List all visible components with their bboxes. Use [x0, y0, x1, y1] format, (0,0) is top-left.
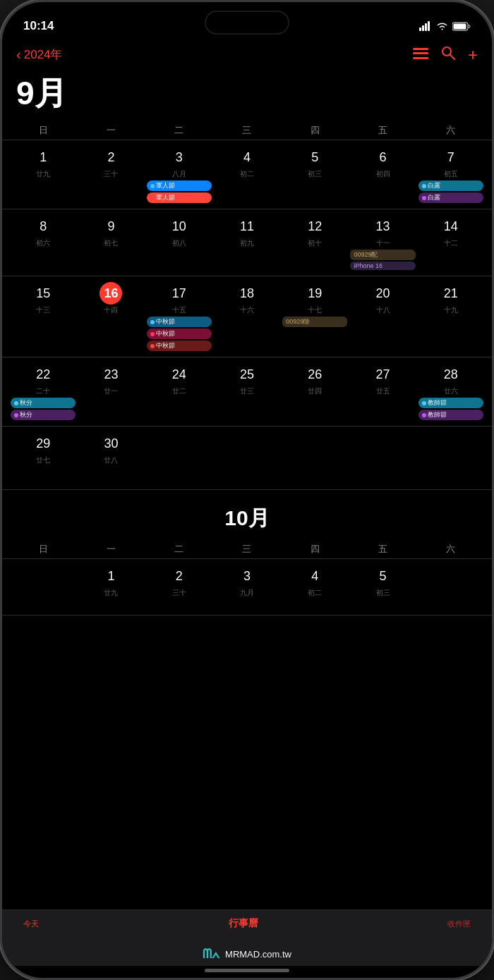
event-badge[interactable]: 中秋節: [147, 317, 212, 327]
day-events: 教師節 教師節: [418, 398, 483, 420]
event-badge[interactable]: 軍人節: [147, 192, 212, 203]
add-event-icon[interactable]: +: [468, 47, 478, 63]
day-num: 17: [168, 282, 191, 305]
tab-calendar-label: 行事曆: [229, 917, 258, 930]
calendar-day-sep9[interactable]: 9 初七: [77, 214, 145, 271]
search-icon[interactable]: [441, 46, 455, 63]
calendar-day-sep4[interactable]: 4 初二: [213, 145, 281, 204]
oct-weekday-fri: 五: [349, 540, 416, 558]
day-lunar: 廿六: [444, 386, 458, 396]
calendar-day-sep13[interactable]: 13 十一 00929配 iPhone 16: [349, 214, 416, 271]
calendar-day-sep20[interactable]: 20 十八: [349, 281, 416, 353]
day-lunar: 廿八: [104, 455, 118, 465]
event-iphone[interactable]: iPhone 16: [350, 262, 415, 270]
calendar-day-sep30[interactable]: 30 廿八: [77, 431, 145, 485]
weekday-fri: 五: [349, 121, 416, 140]
tab-calendar[interactable]: 行事曆: [229, 917, 258, 930]
tab-today[interactable]: 今天: [23, 919, 39, 929]
day-num: 20: [372, 282, 394, 305]
calendar-day-sep29[interactable]: 29 廿七: [9, 431, 77, 485]
month-title: 9月: [2, 69, 492, 121]
weekday-thu: 四: [281, 121, 349, 140]
calendar-day-oct5[interactable]: 5 初三: [349, 563, 416, 611]
calendar-day-sep15[interactable]: 15 十三: [9, 281, 77, 353]
calendar-day-sep10[interactable]: 10 初八: [145, 214, 213, 271]
oct-week-headers: 日 一 二 三 四 五 六: [2, 540, 492, 559]
calendar-day-empty4: [349, 431, 416, 485]
day-events: 白露 白露: [418, 180, 483, 203]
calendar-week-4: 22 二十 秋分 秋分: [2, 357, 492, 427]
calendar-day-sep6[interactable]: 6 初四: [349, 145, 416, 204]
nav-back-button[interactable]: ‹ 2024年: [16, 47, 63, 63]
calendar-day-sep21[interactable]: 21 十九: [417, 281, 485, 353]
calendar-week-5: 29 廿七 30 廿八: [2, 427, 492, 490]
calendar-day-sep1[interactable]: 1 廿九: [9, 145, 77, 204]
day-lunar: 初七: [104, 238, 118, 248]
event-badge[interactable]: 秋分: [11, 398, 76, 408]
day-num: 18: [236, 282, 258, 305]
event-badge[interactable]: 中秋節: [147, 329, 212, 339]
day-num: 11: [236, 215, 258, 238]
calendar-day-sep7[interactable]: 7 初五 白露 白露: [417, 145, 485, 204]
calendar-day-sep22[interactable]: 22 二十 秋分 秋分: [9, 362, 77, 422]
day-num: 10: [168, 215, 191, 238]
day-num: 21: [440, 282, 462, 305]
wifi-icon: [436, 22, 448, 31]
calendar-day-sep17[interactable]: 17 十五 中秋節 中秋節: [145, 281, 213, 353]
day-events: 00929配 iPhone 16: [350, 250, 415, 270]
calendar-day-sep8[interactable]: 8 初六: [9, 214, 77, 271]
list-view-icon[interactable]: [413, 47, 428, 63]
day-lunar: 三十: [104, 169, 118, 179]
day-lunar: 初八: [172, 238, 186, 248]
day-lunar: 廿九: [104, 588, 118, 598]
calendar-day-sep5[interactable]: 5 初三: [281, 145, 349, 204]
day-num: 1: [100, 565, 122, 587]
top-nav: ‹ 2024年: [2, 40, 492, 69]
calendar-day-oct3[interactable]: 3 九月: [213, 563, 281, 611]
calendar-day-oct1[interactable]: 1 廿九: [77, 563, 145, 611]
day-lunar: 九月: [240, 588, 254, 598]
calendar-day-sep28[interactable]: 28 廿六 教師節 教師節: [417, 362, 485, 422]
event-badge[interactable]: 白露: [418, 180, 483, 191]
event-badge[interactable]: 中秋節: [147, 341, 212, 351]
calendar-day-sep19[interactable]: 19 十七 00929除: [281, 281, 349, 353]
calendar-day-sep25[interactable]: 25 廿三: [213, 362, 281, 422]
calendar-day-sep18[interactable]: 18 十六: [213, 281, 281, 353]
day-num: 2: [168, 565, 191, 587]
screen: 10:14: [2, 2, 492, 978]
day-lunar: 二十: [36, 386, 50, 396]
day-num: 14: [440, 215, 462, 238]
day-num: 23: [100, 363, 122, 386]
calendar-day-sep26[interactable]: 26 廿四: [281, 362, 349, 422]
calendar-day-sep23[interactable]: 23 廿一: [77, 362, 145, 422]
weekday-sun: 日: [9, 121, 77, 140]
day-num: 1: [32, 146, 54, 169]
calendar-day-empty1: [145, 431, 213, 485]
day-num: 7: [440, 146, 462, 169]
calendar-day-oct2[interactable]: 2 三十: [145, 563, 213, 611]
day-lunar: 初二: [308, 588, 322, 598]
event-stock[interactable]: 00929配: [350, 250, 415, 260]
event-stock-2[interactable]: 00929除: [282, 317, 347, 327]
event-badge[interactable]: 秋分: [11, 410, 76, 420]
event-badge[interactable]: 白露: [418, 192, 483, 203]
home-indicator[interactable]: [205, 969, 289, 972]
day-num-today: 16: [100, 282, 122, 305]
event-badge[interactable]: 軍人節: [147, 180, 212, 191]
calendar-day-sep16[interactable]: 16 十四: [77, 281, 145, 353]
calendar-day-sep24[interactable]: 24 廿二: [145, 362, 213, 422]
calendar-day-sep12[interactable]: 12 初十: [281, 214, 349, 271]
calendar-day-sep3[interactable]: 3 八月 軍人節 軍人節: [145, 145, 213, 204]
calendar-app[interactable]: ‹ 2024年: [2, 40, 492, 909]
calendar-day-sep14[interactable]: 14 十二: [417, 214, 485, 271]
calendar-day-sep2[interactable]: 2 三十: [77, 145, 145, 204]
tab-inbox[interactable]: 收件匣: [447, 919, 471, 929]
calendar-day-sep27[interactable]: 27 廿五: [349, 362, 416, 422]
dynamic-island: [205, 11, 289, 35]
event-badge[interactable]: 教師節: [418, 410, 483, 420]
day-num: 29: [32, 432, 54, 455]
calendar-day-sep11[interactable]: 11 初九: [213, 214, 281, 271]
calendar-day-oct4[interactable]: 4 初二: [281, 563, 349, 611]
event-badge[interactable]: 教師節: [418, 398, 483, 408]
day-events: 中秋節 中秋節 中秋節: [147, 317, 212, 351]
